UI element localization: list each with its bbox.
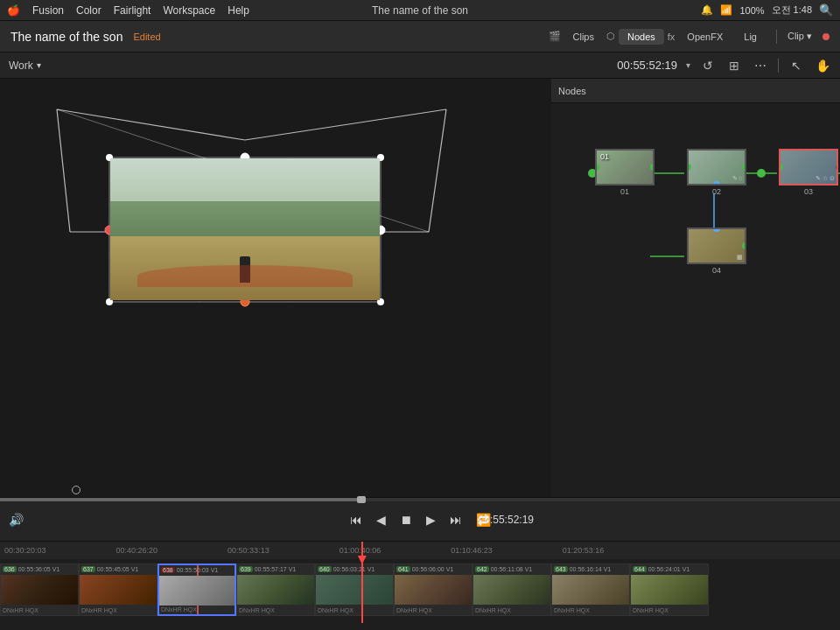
clip-643[interactable]: 643 00:56:16:14 V1 DNxHR HQX [551, 564, 630, 616]
clip-color-dot [822, 33, 830, 40]
tab-lig[interactable]: Lig [735, 29, 766, 45]
top-toolbar: The name of the son Edited 🎬 Clips ⬡ Nod… [0, 21, 840, 52]
more-icon[interactable]: ⋯ [752, 57, 769, 74]
clip-639-tc: 00:55:57:17 [255, 566, 287, 572]
tab-openfx[interactable]: OpenFX [678, 29, 732, 45]
progress-track[interactable] [0, 498, 840, 501]
node-03[interactable]: ✎ ☆ ⊙ 03 [779, 149, 838, 196]
node-04[interactable]: ▦ 04 [687, 228, 746, 275]
node-04-top-connector [713, 228, 720, 232]
clip-dropdown[interactable]: Clip ▾ [788, 31, 812, 42]
timeline-clips: 636 00:55:36:05 V1 DNxHR HQX 637 00:55:4… [0, 559, 840, 620]
clip-636-track: V1 [52, 566, 60, 572]
hand-icon[interactable]: ✋ [814, 57, 831, 74]
clip-642-tc: 00:56:11:08 [491, 566, 523, 572]
tab-clips[interactable]: Clips [564, 29, 603, 45]
clip-644-track: V1 [682, 566, 690, 572]
clip-642-badge: 642 [475, 566, 489, 572]
clip-641-codec: DNxHR HQX [396, 607, 432, 613]
menu-fairlight[interactable]: Fairlight [114, 4, 151, 17]
play-btn[interactable]: ▶ [426, 513, 436, 527]
viewer-canvas[interactable] [0, 79, 551, 497]
skip-fwd-btn[interactable]: ⏭ [450, 513, 462, 527]
node-02-bottom-connector [713, 181, 720, 186]
clip-640-track: V1 [368, 566, 375, 572]
stop-btn[interactable]: ⏹ [400, 513, 412, 527]
node-02-id-label: 02 [712, 187, 721, 196]
clip-638[interactable]: 638 00:55:50:03 V1 DNxHR HQX [158, 564, 236, 616]
grid-icon[interactable]: ⊞ [725, 57, 743, 74]
playback-controls: ⏮ ◀ ⏹ ▶ ⏭ 🔁 [350, 513, 491, 527]
clip-639[interactable]: 639 00:55:57:17 V1 DNxHR HQX [236, 564, 315, 616]
svg-point-27 [757, 169, 766, 178]
menu-help[interactable]: Help [228, 4, 249, 17]
playback-timecode: 00:55:52:19 [479, 514, 534, 526]
edited-badge: Edited [133, 32, 160, 42]
search-icon[interactable]: 🔍 [819, 4, 833, 17]
apple-menu[interactable]: 🍎 [7, 4, 20, 17]
ruler-mark-2: 00:50:33:13 [228, 546, 270, 555]
node-02-icons: ✎☆ [732, 175, 743, 182]
loop-icon[interactable]: ↺ [699, 57, 717, 74]
tab-nodes[interactable]: Nodes [619, 29, 664, 45]
skip-back-btn[interactable]: ⏮ [350, 513, 362, 527]
playback-bar: 🔊 ⏮ ◀ ⏹ ▶ ⏭ 🔁 00:55:52:19 [0, 497, 840, 541]
volume-icon[interactable]: 🔊 [9, 513, 24, 527]
ruler-mark-1: 00:40:26:20 [116, 546, 158, 555]
timeline-area: 00:30:20:03 00:40:26:20 00:50:33:13 01:0… [0, 541, 840, 630]
node-02-left-connector [687, 164, 691, 171]
work-dropdown[interactable]: Work [9, 60, 41, 72]
clip-636-badge: 636 [3, 566, 17, 572]
ruler-mark-5: 01:20:53:16 [563, 546, 605, 555]
node-04-icons: ▦ [737, 254, 743, 261]
project-title: The name of the son [10, 30, 122, 44]
clip-638-codec: DNxHR HQX [161, 606, 197, 612]
clip-644[interactable]: 644 00:56:24:01 V1 DNxHR HQX [630, 564, 709, 616]
clip-639-track: V1 [289, 566, 297, 572]
wifi-icon[interactable]: 📶 [720, 4, 732, 16]
ruler-mark-4: 01:10:46:23 [451, 546, 493, 555]
node-03-icons: ✎ ☆ ⊙ [816, 175, 835, 182]
clip-642-codec: DNxHR HQX [475, 607, 511, 613]
clip-638-badge: 638 [161, 567, 175, 573]
clip-640-badge: 640 [318, 566, 332, 572]
clip-636-tc: 00:55:36:05 [18, 566, 51, 572]
node-02[interactable]: ✎☆ 02 [687, 149, 746, 196]
clip-637[interactable]: 637 00:55:45:05 V1 DNxHR HQX [79, 564, 158, 616]
clip-640[interactable]: 640 00:56:03:21 V1 DNxHR HQX [315, 564, 394, 616]
node-01-id-label: 01 [620, 187, 629, 196]
node-panel: Nodes 01 [551, 79, 840, 497]
node-panel-label[interactable]: Nodes [558, 86, 586, 96]
clip-636[interactable]: 636 00:55:36:05 V1 DNxHR HQX [0, 564, 79, 616]
clip-641[interactable]: 641 00:56:06:00 V1 DNxHR HQX [394, 564, 472, 616]
notification-icon[interactable]: 🔔 [701, 4, 713, 16]
progress-handle[interactable] [357, 496, 366, 503]
clip-637-tc: 00:55:45:05 [97, 566, 130, 572]
clock: 오전 1:48 [772, 4, 812, 17]
tab-group: 🎬 Clips ⬡ Nodes fx OpenFX Lig [549, 29, 766, 45]
prev-frame-btn[interactable]: ◀ [376, 513, 386, 527]
node-04-id-label: 04 [712, 266, 721, 275]
node-01-label: 01 [598, 152, 611, 161]
menu-workspace[interactable]: Workspace [163, 4, 215, 17]
cursor-icon[interactable]: ↖ [788, 57, 805, 74]
menu-bar-right: 🔔 📶 100% 오전 1:48 🔍 [701, 4, 833, 17]
menu-bar-left: 🍎 Fusion Color Fairlight Workspace Help [7, 4, 249, 17]
clip-636-codec: DNxHR HQX [3, 607, 38, 613]
clip-642[interactable]: 642 00:56:11:08 V1 DNxHR HQX [472, 564, 551, 616]
node-01[interactable]: 01 01 [595, 149, 654, 196]
clip-639-codec: DNxHR HQX [239, 607, 275, 613]
clip-643-badge: 643 [554, 566, 568, 572]
ruler-mark-0: 00:30:20:03 [4, 546, 46, 555]
menu-title: The name of the son [372, 4, 468, 17]
menu-color[interactable]: Color [76, 4, 102, 17]
clip-641-badge: 641 [396, 566, 410, 572]
clips-icon: 🎬 [549, 31, 561, 42]
viewer-timecode: 00:55:52:19 [617, 59, 677, 72]
menu-fusion[interactable]: Fusion [32, 4, 64, 17]
chevron-down-icon[interactable]: ▾ [686, 60, 690, 70]
ruler-mark-3: 01:00:40:06 [340, 546, 382, 555]
playhead[interactable] [361, 542, 363, 559]
main-area: Nodes 01 [0, 79, 840, 497]
node-area[interactable]: 01 01 ✎☆ [551, 103, 840, 497]
